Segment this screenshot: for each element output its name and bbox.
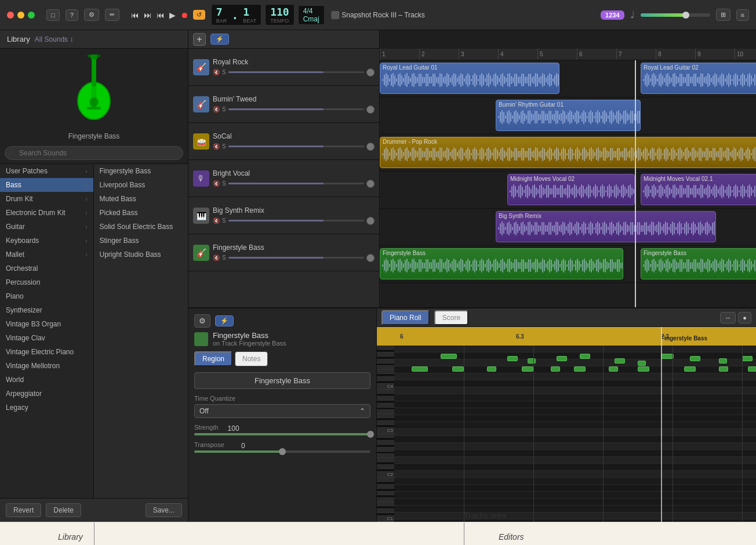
library-sound-item[interactable]: Fingerstyle Bass [94, 164, 188, 178]
editor-midi-button[interactable]: ⚡ [215, 315, 234, 326]
piano-roll-note[interactable] [412, 366, 428, 372]
library-category-item[interactable]: Synthesizer [0, 303, 93, 317]
piano-key[interactable] [377, 485, 394, 489]
piano-roll-note[interactable] [522, 366, 533, 372]
piano-key[interactable] [377, 414, 394, 418]
piano-roll-note[interactable] [441, 354, 457, 359]
library-toggle-button[interactable]: □ [46, 9, 60, 21]
piano-roll-note[interactable] [487, 366, 496, 372]
mute-icon[interactable]: 🔇 [213, 143, 220, 150]
piano-roll-note[interactable] [742, 356, 753, 361]
piano-key[interactable] [377, 498, 394, 502]
add-track-button[interactable]: + [193, 33, 206, 46]
library-category-item[interactable]: Mallet› [0, 248, 93, 261]
track-pan-knob[interactable] [366, 143, 375, 151]
library-sound-item[interactable]: Liverpool Bass [94, 178, 188, 192]
library-sound-item[interactable]: Picked Bass [94, 206, 188, 220]
track-item[interactable]: 🎙 Bright Vocal 🔇 S [188, 160, 379, 197]
mute-icon[interactable]: 🔇 [213, 255, 220, 261]
track-volume-slider[interactable] [228, 146, 364, 147]
library-category-item[interactable]: Electronic Drum Kit› [0, 206, 93, 220]
piano-roll-note[interactable] [507, 356, 518, 361]
library-category-item[interactable]: Vintage Mellotron [0, 359, 93, 373]
piano-key[interactable] [377, 370, 394, 374]
library-sound-item[interactable]: Solid Soul Electric Bass [94, 220, 188, 234]
piano-key[interactable] [377, 353, 394, 357]
track-item[interactable]: 🎸 Royal Rock 🔇 S [188, 49, 379, 86]
piano-key[interactable] [377, 377, 394, 381]
library-category-item[interactable]: Arpeggiator [0, 387, 93, 401]
settings-button[interactable]: ⚙ [84, 9, 99, 21]
piano-key[interactable]: C1 [377, 516, 394, 522]
library-category-item[interactable]: Legacy [0, 401, 93, 415]
track-volume-slider[interactable] [228, 220, 364, 221]
track-pan-knob[interactable] [366, 68, 375, 77]
transpose-slider[interactable] [194, 450, 370, 453]
master-volume-slider[interactable] [641, 13, 710, 17]
timeline-clip[interactable]: Fingerstyle Bass [380, 248, 623, 279]
play-button[interactable]: ▶ [169, 10, 176, 20]
piano-roll-note[interactable] [580, 354, 590, 359]
track-volume-slider[interactable] [228, 71, 364, 73]
piano-roll-note[interactable] [748, 366, 756, 372]
fullscreen-button[interactable] [28, 12, 35, 19]
piano-roll-note[interactable] [574, 366, 586, 372]
timeline-clip[interactable]: Midnight Moves Vocal 02.1 [641, 174, 756, 205]
piano-key[interactable] [377, 434, 394, 438]
library-category-item[interactable]: World [0, 373, 93, 387]
piano-roll-note[interactable] [719, 366, 728, 372]
piano-key[interactable] [377, 346, 394, 350]
track-volume-slider[interactable] [228, 257, 364, 259]
midi-button[interactable]: ⚡ [210, 34, 229, 45]
piano-roll-note[interactable] [690, 356, 700, 361]
mute-icon[interactable]: 🔇 [213, 106, 220, 112]
record-button[interactable]: ⏺ [180, 10, 188, 20]
track-pan-knob[interactable] [366, 106, 375, 114]
timeline-clip[interactable]: Royal Lead Guitar 01 [380, 63, 559, 94]
piano-key[interactable] [377, 397, 394, 401]
library-category-item[interactable]: Vintage Clav [0, 331, 93, 345]
piano-key[interactable] [377, 478, 394, 482]
editor-settings-icon[interactable]: ⚙ [194, 314, 210, 328]
piano-key[interactable] [377, 448, 394, 452]
library-sound-item[interactable]: Stinger Bass [94, 234, 188, 248]
fast-forward-button[interactable]: ⏭ [144, 10, 152, 20]
piano-key[interactable] [377, 502, 394, 506]
piano-roll-note[interactable] [719, 358, 727, 364]
timeline-clip[interactable]: Drummer - Pop Rock [380, 137, 756, 168]
library-category-item[interactable]: Orchestral [0, 261, 93, 275]
piano-roll-note[interactable] [452, 366, 464, 372]
library-category-item[interactable]: User Patches› [0, 164, 93, 178]
solo-icon[interactable]: S [222, 106, 226, 112]
save-button[interactable]: Save... [146, 503, 182, 517]
search-input[interactable] [5, 146, 183, 160]
list-view-button[interactable]: ≡ [736, 9, 749, 21]
library-category-item[interactable]: Percussion [0, 275, 93, 289]
library-category-item[interactable]: Keyboards› [0, 234, 93, 248]
piano-roll-settings-button[interactable]: ● [738, 312, 751, 324]
track-volume-slider[interactable] [228, 183, 364, 184]
piano-roll-note[interactable] [615, 358, 625, 364]
piano-key[interactable] [377, 458, 394, 462]
library-category-item[interactable]: Vintage Electric Piano [0, 345, 93, 359]
piano-roll-expand-button[interactable]: ↔ [720, 312, 736, 324]
grid-view-button[interactable]: ⊞ [716, 9, 730, 21]
pencil-button[interactable]: ✏ [105, 9, 119, 21]
solo-icon[interactable]: S [222, 143, 226, 150]
piano-key[interactable] [377, 421, 394, 425]
piano-key[interactable] [377, 454, 394, 458]
track-pan-knob[interactable] [366, 180, 375, 188]
rewind-button[interactable]: ⏮ [131, 10, 139, 20]
track-pan-knob[interactable] [366, 217, 375, 225]
piano-key[interactable] [377, 509, 394, 513]
timeline-clip[interactable]: Big Synth Remix [496, 211, 716, 242]
piano-key[interactable] [377, 359, 394, 364]
minimize-button[interactable] [17, 12, 24, 19]
library-category-item[interactable]: Piano [0, 289, 93, 303]
score-tab[interactable]: Score [434, 310, 468, 325]
to-start-button[interactable]: ⏮ [157, 10, 165, 20]
piano-roll-note[interactable] [609, 366, 618, 372]
piano-key[interactable]: C3 [377, 428, 394, 434]
piano-roll-note[interactable] [557, 356, 567, 361]
piano-key[interactable] [377, 410, 394, 414]
